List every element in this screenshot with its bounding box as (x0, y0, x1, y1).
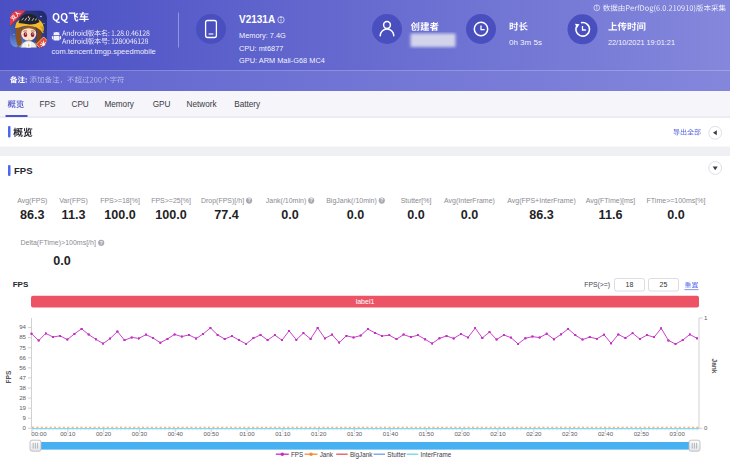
svg-text:FPS(>=): FPS(>=) (584, 281, 610, 289)
svg-text:BigJank: BigJank (350, 451, 373, 459)
svg-text:Memory: Memory (104, 100, 134, 109)
svg-text:?: ? (380, 198, 383, 203)
svg-text:100.0: 100.0 (155, 208, 187, 222)
svg-text:Memory: 7.4G: Memory: 7.4G (239, 31, 286, 40)
svg-text:22/10/2021 19:01:21: 22/10/2021 19:01:21 (608, 38, 675, 47)
svg-text:77.4: 77.4 (214, 208, 239, 222)
svg-text:01:40: 01:40 (383, 430, 399, 437)
svg-text:Stutter: Stutter (387, 451, 406, 458)
svg-text:FPS: FPS (5, 370, 12, 383)
svg-text:?: ? (100, 241, 103, 246)
svg-text:01:30: 01:30 (347, 430, 363, 437)
svg-text:Var(FPS): Var(FPS) (59, 197, 88, 205)
svg-text:01:10: 01:10 (275, 430, 291, 437)
svg-text:0.0: 0.0 (281, 208, 299, 222)
svg-text:00:20: 00:20 (96, 430, 112, 437)
svg-text:18: 18 (626, 281, 634, 288)
svg-text:0.0: 0.0 (53, 254, 71, 268)
svg-text:00:00: 00:00 (31, 430, 47, 437)
svg-text:Drop(FPS)[/h]: Drop(FPS)[/h] (201, 197, 244, 205)
svg-text:56: 56 (19, 364, 26, 371)
svg-text:GPU: ARM Mali-G68 MC4: GPU: ARM Mali-G68 MC4 (239, 56, 325, 65)
svg-text:86.3: 86.3 (20, 208, 45, 222)
svg-text:FPS>=25[%]: FPS>=25[%] (151, 197, 191, 205)
svg-text:00:10: 00:10 (60, 430, 76, 437)
svg-text:38: 38 (19, 384, 26, 391)
svg-text:Stutter[%]: Stutter[%] (401, 197, 432, 205)
svg-text:19: 19 (19, 404, 26, 411)
svg-text:66: 66 (19, 354, 26, 361)
svg-text:00:30: 00:30 (132, 430, 148, 437)
svg-text:02:30: 02:30 (562, 430, 578, 437)
svg-text:Avg(FPS): Avg(FPS) (17, 197, 47, 205)
svg-text:FPS: FPS (40, 100, 56, 109)
svg-text:FPS: FPS (291, 451, 303, 458)
svg-text:Avg(InterFrame): Avg(InterFrame) (444, 197, 495, 205)
svg-text:Jank(/10min): Jank(/10min) (266, 197, 306, 205)
svg-text:11.6: 11.6 (599, 208, 623, 222)
svg-text:85: 85 (19, 333, 26, 340)
svg-text:GPU: GPU (153, 100, 171, 109)
svg-text:02:40: 02:40 (598, 430, 614, 437)
svg-text:47: 47 (19, 374, 26, 381)
svg-text:Battery: Battery (234, 100, 261, 109)
svg-text:94: 94 (19, 323, 26, 330)
svg-text:03:00: 03:00 (670, 430, 686, 437)
svg-text:BigJank(/10min): BigJank(/10min) (326, 197, 377, 205)
svg-text:Delta(FTime)>100ms[/h]: Delta(FTime)>100ms[/h] (21, 239, 96, 247)
svg-text:0.0: 0.0 (667, 208, 685, 222)
svg-text:Avg(FTime)[ms]: Avg(FTime)[ms] (586, 197, 635, 205)
svg-text:label1: label1 (356, 298, 375, 305)
svg-text:86.3: 86.3 (529, 208, 554, 222)
svg-text:?: ? (248, 198, 251, 203)
svg-text:0.0: 0.0 (347, 208, 365, 222)
svg-text:25: 25 (660, 281, 668, 288)
svg-text:FPS>=18[%]: FPS>=18[%] (100, 197, 140, 205)
svg-text:V2131A: V2131A (239, 14, 275, 25)
svg-text:FTime>=100ms[%]: FTime>=100ms[%] (647, 197, 706, 205)
svg-text:FPS: FPS (14, 165, 32, 176)
svg-text:02:50: 02:50 (634, 430, 650, 437)
svg-text:0.0: 0.0 (407, 208, 425, 222)
svg-text:01:20: 01:20 (311, 430, 327, 437)
svg-text:02:20: 02:20 (526, 430, 542, 437)
svg-text:28: 28 (19, 394, 26, 401)
svg-text:CPU: mt6877: CPU: mt6877 (239, 44, 283, 53)
svg-text:FPS: FPS (13, 280, 29, 289)
svg-text:InterFrame: InterFrame (420, 451, 451, 458)
svg-text:Jank: Jank (320, 451, 334, 458)
svg-text:Network: Network (187, 100, 218, 109)
svg-text:75: 75 (19, 344, 26, 351)
svg-text:00:40: 00:40 (168, 430, 184, 437)
svg-text:01:50: 01:50 (419, 430, 435, 437)
svg-text:01:00: 01:00 (239, 430, 255, 437)
svg-text:CPU: CPU (72, 100, 89, 109)
svg-text:100.0: 100.0 (104, 208, 136, 222)
svg-text:Jank: Jank (711, 358, 718, 373)
svg-text:com.tencent.tmgp.speedmobile: com.tencent.tmgp.speedmobile (52, 47, 156, 56)
svg-text:02:00: 02:00 (454, 430, 470, 437)
svg-text:Avg(FPS+InterFrame): Avg(FPS+InterFrame) (507, 197, 576, 205)
svg-text:02:10: 02:10 (490, 430, 506, 437)
svg-text:00:50: 00:50 (204, 430, 220, 437)
svg-text:11.3: 11.3 (62, 208, 86, 222)
svg-text:0h 3m 5s: 0h 3m 5s (509, 38, 542, 47)
svg-text:?: ? (310, 198, 313, 203)
svg-text:0.0: 0.0 (461, 208, 479, 222)
